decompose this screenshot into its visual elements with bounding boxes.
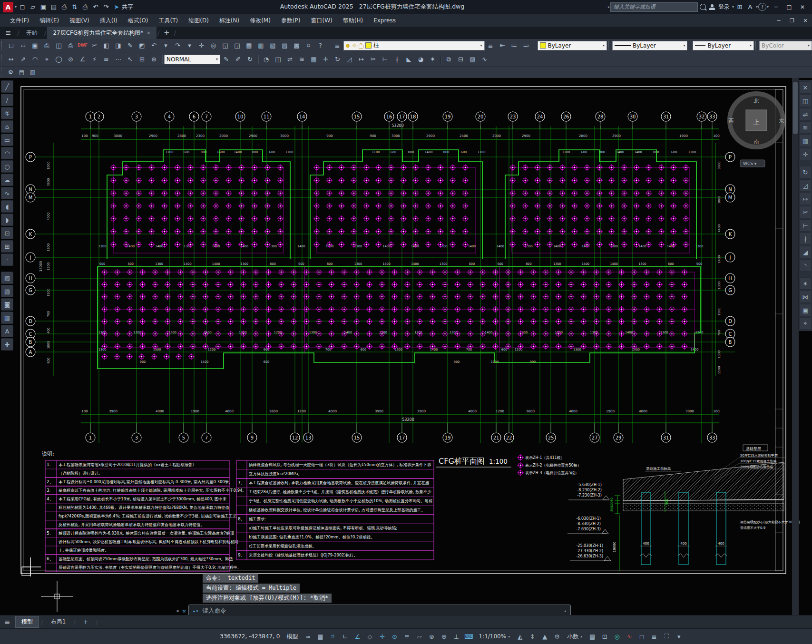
chamfer-icon[interactable]: ◢ — [799, 246, 812, 258]
insert-block-icon[interactable]: ⊡ — [1, 227, 13, 239]
print-icon[interactable]: ⎙ — [41, 40, 52, 51]
tab-layout1[interactable]: 布局1 — [45, 616, 72, 627]
mirror-icon[interactable]: ⇌ — [284, 54, 295, 65]
center-mark-icon[interactable]: ⊕ — [148, 54, 159, 65]
isolate-objects-icon[interactable]: ◎ — [611, 631, 623, 642]
workspace-gear-icon[interactable]: ⚙ — [551, 631, 563, 642]
selection-cycling-icon[interactable]: ⊚ — [426, 631, 437, 642]
quick-dim-icon[interactable]: ⚡ — [89, 54, 100, 65]
array-icon[interactable]: ▦ — [799, 135, 812, 147]
erase-icon[interactable]: ✕ — [799, 81, 812, 94]
zoom-realtime-icon[interactable]: ◎ — [208, 40, 219, 51]
pan-icon[interactable]: ✛ — [196, 40, 207, 51]
publish-icon[interactable]: ⇅ — [69, 2, 80, 12]
tray-icon[interactable]: ▾ — [673, 631, 685, 642]
dim-update-icon[interactable]: ↻ — [245, 54, 255, 65]
zoom-window-icon[interactable]: ◱ — [220, 40, 231, 51]
radius-dim-icon[interactable]: ◯ — [53, 54, 64, 65]
infer-constraints-icon[interactable]: ≈ — [302, 631, 313, 642]
menu-item-3[interactable]: 视图(V) — [64, 14, 95, 27]
baseline-dim-icon[interactable]: ≡ — [101, 54, 112, 65]
tool-palettes-icon[interactable]: ▧ — [267, 40, 278, 51]
search-input[interactable]: 键入关键字或短语 — [610, 2, 698, 12]
region-icon[interactable]: ◙ — [1, 298, 13, 311]
menu-item-2[interactable]: 编辑(E) — [34, 14, 64, 27]
ellipse-icon[interactable]: ◖ — [1, 200, 13, 213]
tolerance-icon[interactable]: ⊞ — [137, 54, 147, 65]
transparency-icon[interactable]: ▱ — [413, 631, 425, 642]
layer-on-bulb-icon[interactable]: ● — [346, 43, 350, 48]
command-close-icon[interactable]: ✕ — [176, 607, 179, 614]
design-center-icon[interactable]: ▥ — [255, 40, 266, 51]
search-history-caret[interactable]: ▸ — [608, 5, 610, 9]
properties-palette-icon[interactable]: ▤ — [244, 40, 254, 51]
plot-icon[interactable]: ⎙ — [59, 2, 69, 12]
command-scroll-caret-icon[interactable]: ▴ — [564, 608, 567, 613]
rotate-icon[interactable]: ↻ — [332, 54, 343, 65]
layer-thaw-sun-icon[interactable]: ☼ — [352, 42, 357, 49]
snap-mode-icon[interactable]: ▦ — [314, 631, 326, 642]
window-maximize-button[interactable]: □ — [783, 2, 796, 12]
redo-drop-icon[interactable]: ▾ — [184, 40, 195, 51]
leader-icon[interactable]: ↖ — [125, 54, 136, 65]
scale-icon[interactable]: ◿ — [344, 54, 355, 65]
menu-item-11[interactable]: 窗口(W) — [306, 14, 338, 27]
grid-display-icon[interactable]: ⌗ — [327, 631, 338, 642]
tab-close-icon[interactable]: ✕ — [147, 30, 150, 36]
table-icon[interactable]: ▦ — [1, 312, 13, 324]
signin-person-icon[interactable] — [709, 4, 715, 10]
menu-item-10[interactable]: 参数(P) — [276, 14, 306, 27]
app-store-cart-icon[interactable]: ⊞ — [734, 2, 745, 12]
hatch-icon[interactable]: ▨ — [1, 272, 13, 284]
save-icon[interactable]: ▣ — [29, 40, 40, 51]
zoom-previous-icon[interactable]: ◲ — [232, 40, 243, 51]
line-icon[interactable]: ╱ — [1, 80, 13, 93]
units-control[interactable]: 小数▾ — [563, 633, 586, 641]
copy-object-icon[interactable]: ◫ — [273, 54, 284, 65]
model-space-indicator[interactable]: 模型 — [286, 633, 298, 641]
doc-restore-button[interactable]: ❐ — [785, 15, 799, 26]
ordinate-dim-icon[interactable]: ⌖ — [41, 54, 52, 65]
trim-icon[interactable]: ✂ — [368, 54, 379, 65]
layer-unlock-icon[interactable] — [359, 45, 363, 49]
menu-item-5[interactable]: 格式(O) — [123, 14, 154, 27]
menu-item-13[interactable]: Express — [368, 14, 401, 27]
polar-tracking-icon[interactable]: ∠ — [352, 631, 363, 642]
wcs-control[interactable]: WCS ▾ — [740, 160, 765, 167]
undo-drop-icon[interactable]: ▾ — [160, 40, 171, 51]
stretch-icon[interactable]: ↦ — [356, 54, 367, 65]
edit-hatch-icon[interactable]: ▨ — [467, 54, 478, 65]
new-file-icon[interactable]: ◻ — [17, 2, 28, 12]
color-caret-icon[interactable]: ▾ — [603, 43, 605, 48]
trim-icon[interactable]: ✂ — [799, 206, 812, 218]
explode-icon[interactable]: ✶ — [427, 54, 438, 65]
doc-close-button[interactable]: ✕ — [799, 15, 812, 26]
arc-length-dim-icon[interactable]: ◠ — [29, 54, 40, 65]
graphics-performance-icon[interactable]: ∿ — [624, 631, 635, 642]
annotation-scale-control[interactable]: 1:1/100%▾ — [475, 633, 514, 640]
undo-icon[interactable]: ↶ — [148, 40, 159, 51]
scale-icon[interactable]: ◿ — [799, 179, 812, 192]
layer-previous-icon[interactable]: ⇤ — [497, 40, 508, 51]
layer-combo[interactable]: ● ☼ 柱 ▾ — [343, 41, 485, 50]
drawing-canvas[interactable]: 5320053200123467101114151617181920232426… — [0, 78, 812, 615]
edit-polyline-icon[interactable]: ∿ — [479, 54, 490, 65]
layout-menu-hamburger-icon[interactable]: ≡ — [0, 615, 14, 628]
block-edit-icon[interactable]: ◩ — [137, 40, 147, 51]
menu-item-7[interactable]: 绘图(D) — [183, 14, 214, 27]
search-icon[interactable] — [700, 4, 706, 10]
extend-icon[interactable]: ⊢ — [799, 219, 812, 232]
ortho-mode-icon[interactable]: ∟ — [339, 631, 351, 642]
fillet-icon[interactable]: ◕ — [415, 54, 426, 65]
object-snap-icon[interactable]: ⊙ — [389, 631, 400, 642]
offset-icon[interactable]: ≋ — [296, 54, 307, 65]
open-icon[interactable]: ▱ — [18, 40, 29, 51]
stretch-icon[interactable]: ↦ — [799, 193, 812, 205]
continue-dim-icon[interactable]: ⋯ — [113, 54, 124, 65]
scrollbar-thumb[interactable] — [793, 82, 798, 134]
menu-item-8[interactable]: 标注(N) — [214, 14, 245, 27]
3d-navigate-icon[interactable]: ▥ — [28, 67, 38, 78]
linetype-combo[interactable]: ByLayer ▾ — [612, 41, 687, 50]
lineweight-combo[interactable]: ByLayer ▾ — [693, 41, 754, 50]
new-file-icon[interactable]: ◻ — [6, 40, 17, 51]
